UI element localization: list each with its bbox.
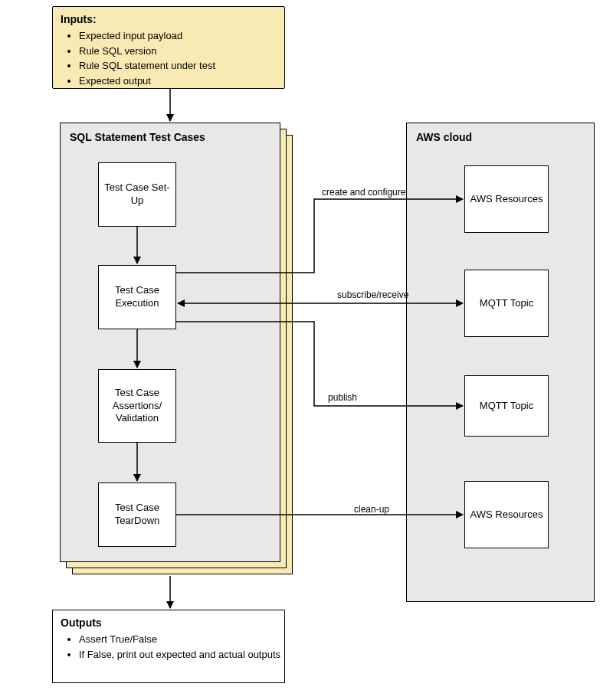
step-teardown: Test Case TearDown: [98, 482, 176, 547]
aws-resources-1-label: AWS Resources: [470, 193, 543, 206]
step-execution: Test Case Execution: [98, 265, 176, 329]
aws-resources-2-label: AWS Resources: [470, 509, 543, 522]
test-cases-title: SQL Statement Test Cases: [61, 123, 280, 148]
inputs-item: Expected input payload: [79, 28, 284, 44]
edge-label-subscribe: subscribe/receive: [337, 289, 408, 300]
edge-label-create: create and configure: [322, 187, 405, 198]
mqtt-topic-2: MQTT Topic: [464, 375, 549, 437]
inputs-item: Rule SQL version: [79, 44, 284, 59]
inputs-item: Expected output: [79, 74, 284, 89]
aws-resources-2: AWS Resources: [464, 481, 549, 548]
edge-label-publish: publish: [328, 392, 357, 403]
inputs-item: Rule SQL statement under test: [79, 58, 284, 74]
step-assertions: Test Case Assertions/ Validation: [98, 369, 176, 443]
aws-resources-1: AWS Resources: [464, 165, 549, 233]
mqtt-topic-1: MQTT Topic: [464, 270, 549, 337]
step-execution-label: Test Case Execution: [102, 284, 172, 310]
outputs-box: Outputs Assert True/False If False, prin…: [52, 610, 285, 683]
inputs-list: Expected input payload Rule SQL version …: [53, 28, 284, 88]
outputs-item: If False, print out expected and actual …: [79, 647, 284, 662]
mqtt-topic-2-label: MQTT Topic: [480, 400, 533, 413]
mqtt-topic-1-label: MQTT Topic: [480, 297, 533, 310]
step-setup: Test Case Set-Up: [98, 162, 176, 227]
outputs-item: Assert True/False: [79, 632, 284, 647]
edge-label-cleanup: clean-up: [354, 504, 389, 515]
step-teardown-label: Test Case TearDown: [102, 502, 172, 528]
outputs-title: Outputs: [53, 610, 284, 632]
inputs-title-text: Inputs: [61, 13, 93, 25]
step-assertions-label: Test Case Assertions/ Validation: [102, 387, 172, 426]
outputs-list: Assert True/False If False, print out ex…: [53, 632, 284, 662]
inputs-title: Inputs:: [53, 7, 284, 28]
aws-cloud-title: AWS cloud: [407, 123, 594, 148]
inputs-box: Inputs: Expected input payload Rule SQL …: [52, 6, 285, 89]
step-setup-label: Test Case Set-Up: [102, 182, 172, 208]
